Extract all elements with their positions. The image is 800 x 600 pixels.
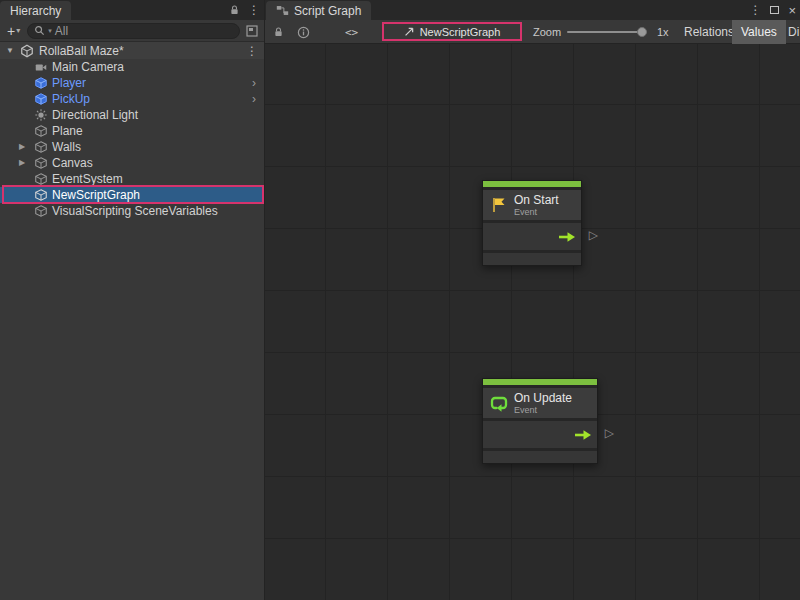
node-header[interactable]: On Update Event bbox=[483, 388, 597, 418]
item-label: EventSystem bbox=[52, 172, 123, 186]
code-view-icon[interactable]: <> bbox=[345, 20, 358, 44]
item-label: Canvas bbox=[52, 156, 93, 170]
graph-toolbar: <> NewScriptGraph Zoom 1x Relations Valu… bbox=[265, 20, 800, 44]
hierarchy-item-newscriptgraph[interactable]: NewScriptGraph bbox=[0, 187, 264, 203]
caret-down-icon: ▾ bbox=[16, 26, 20, 35]
item-label: Walls bbox=[52, 140, 81, 154]
hierarchy-item-pickup[interactable]: PickUp › bbox=[0, 91, 264, 107]
hierarchy-item-player[interactable]: Player › bbox=[0, 75, 264, 91]
hierarchy-tree: ▼ RollaBall Maze* ⋮ Main Camera Player › bbox=[0, 42, 264, 219]
window-menu-icon[interactable]: ⋮ bbox=[749, 3, 761, 17]
cube-icon bbox=[34, 172, 48, 186]
expand-arrow-icon[interactable]: ▶ bbox=[19, 142, 25, 151]
hierarchy-panel: Hierarchy ⋮ + ▾ ▾ All ▼ bbox=[0, 0, 265, 600]
hierarchy-item-walls[interactable]: ▶ Walls bbox=[0, 139, 264, 155]
port-connection-triangle-icon[interactable]: ▷ bbox=[589, 228, 598, 242]
hierarchy-menu-icon[interactable]: ⋮ bbox=[248, 3, 260, 17]
hierarchy-tabbar: Hierarchy ⋮ bbox=[0, 0, 264, 20]
cube-icon bbox=[34, 156, 48, 170]
lock-icon[interactable] bbox=[229, 4, 240, 16]
graph-canvas[interactable]: On Start Event ▷ On Update E bbox=[265, 44, 800, 600]
search-value: All bbox=[55, 24, 68, 38]
item-label: Plane bbox=[52, 124, 83, 138]
graph-name-button[interactable]: NewScriptGraph bbox=[382, 22, 522, 41]
hierarchy-search-input[interactable]: ▾ All bbox=[27, 23, 240, 39]
control-output-port-icon[interactable] bbox=[558, 231, 576, 243]
search-filter-caret-icon: ▾ bbox=[48, 27, 52, 35]
cube-icon bbox=[34, 188, 48, 202]
maximize-icon[interactable] bbox=[770, 6, 779, 14]
scene-menu-icon[interactable]: ⋮ bbox=[246, 44, 258, 58]
graph-name-label: NewScriptGraph bbox=[420, 26, 501, 38]
node-on-update[interactable]: On Update Event ▷ bbox=[482, 378, 598, 464]
update-loop-icon bbox=[490, 394, 508, 412]
tab-hierarchy-label: Hierarchy bbox=[10, 4, 61, 18]
node-subtitle: Event bbox=[514, 405, 572, 415]
info-icon[interactable] bbox=[297, 20, 310, 44]
collapse-arrow-icon[interactable]: ▼ bbox=[6, 46, 14, 55]
cube-icon bbox=[34, 124, 48, 138]
item-label: Player bbox=[52, 76, 86, 90]
node-on-start[interactable]: On Start Event ▷ bbox=[482, 180, 582, 266]
prefab-open-chevron-icon[interactable]: › bbox=[252, 76, 256, 90]
camera-icon bbox=[34, 60, 48, 74]
node-footer bbox=[483, 451, 597, 463]
scene-name: RollaBall Maze* bbox=[39, 44, 124, 58]
search-icon bbox=[34, 25, 45, 36]
graph-asset-icon bbox=[404, 26, 415, 37]
add-object-dropdown[interactable]: + ▾ bbox=[4, 24, 23, 38]
item-label: NewScriptGraph bbox=[52, 188, 140, 202]
zoom-label: Zoom bbox=[533, 20, 561, 44]
node-header[interactable]: On Start Event bbox=[483, 190, 581, 220]
expand-arrow-icon[interactable]: ▶ bbox=[19, 158, 25, 167]
dim-toggle-button[interactable]: Di bbox=[779, 20, 800, 44]
light-icon bbox=[34, 108, 48, 122]
hierarchy-item-plane[interactable]: Plane bbox=[0, 123, 264, 139]
hierarchy-item-main-camera[interactable]: Main Camera bbox=[0, 59, 264, 75]
zoom-slider[interactable] bbox=[567, 20, 647, 44]
control-output-port-icon[interactable] bbox=[574, 429, 592, 441]
tab-script-graph-label: Script Graph bbox=[294, 4, 361, 18]
scene-row[interactable]: ▼ RollaBall Maze* ⋮ bbox=[0, 42, 264, 59]
cube-icon bbox=[34, 204, 48, 218]
item-label: PickUp bbox=[52, 92, 90, 106]
unity-scene-icon bbox=[20, 44, 34, 58]
node-port-row: ▷ bbox=[483, 223, 581, 250]
zoom-value: 1x bbox=[657, 20, 669, 44]
tab-hierarchy[interactable]: Hierarchy bbox=[0, 1, 71, 20]
script-graph-panel: Script Graph ⋮ × <> NewScriptGraph Zoom bbox=[265, 0, 800, 600]
flag-icon bbox=[490, 196, 508, 214]
node-color-bar bbox=[483, 181, 581, 187]
hierarchy-item-canvas[interactable]: ▶ Canvas bbox=[0, 155, 264, 171]
prefab-open-chevron-icon[interactable]: › bbox=[252, 92, 256, 106]
hierarchy-item-directional-light[interactable]: Directional Light bbox=[0, 107, 264, 123]
graph-lock-icon[interactable] bbox=[273, 20, 284, 44]
hierarchy-toolbar: + ▾ ▾ All bbox=[0, 20, 264, 42]
hierarchy-item-visualscripting-scenevariables[interactable]: VisualScripting SceneVariables bbox=[0, 203, 264, 219]
port-connection-triangle-icon[interactable]: ▷ bbox=[605, 426, 614, 440]
graph-tabbar: Script Graph ⋮ × bbox=[265, 0, 800, 20]
node-port-row: ▷ bbox=[483, 421, 597, 448]
node-footer bbox=[483, 253, 581, 265]
node-title: On Update bbox=[514, 392, 572, 405]
hierarchy-item-eventsystem[interactable]: EventSystem bbox=[0, 171, 264, 187]
zoom-slider-track bbox=[567, 31, 647, 33]
tab-script-graph[interactable]: Script Graph bbox=[266, 1, 371, 20]
plus-icon: + bbox=[7, 24, 15, 38]
node-subtitle: Event bbox=[514, 207, 559, 217]
node-title: On Start bbox=[514, 194, 559, 207]
close-icon[interactable]: × bbox=[788, 4, 796, 17]
search-window-icon[interactable] bbox=[244, 23, 260, 39]
script-graph-tab-icon bbox=[276, 4, 289, 17]
node-color-bar bbox=[483, 379, 597, 385]
zoom-slider-knob[interactable] bbox=[637, 27, 647, 37]
item-label: Main Camera bbox=[52, 60, 124, 74]
prefab-cube-icon bbox=[34, 76, 48, 90]
item-label: VisualScripting SceneVariables bbox=[52, 204, 218, 218]
cube-icon bbox=[34, 140, 48, 154]
prefab-cube-icon bbox=[34, 92, 48, 106]
values-toggle-button[interactable]: Values bbox=[732, 20, 786, 44]
item-label: Directional Light bbox=[52, 108, 138, 122]
